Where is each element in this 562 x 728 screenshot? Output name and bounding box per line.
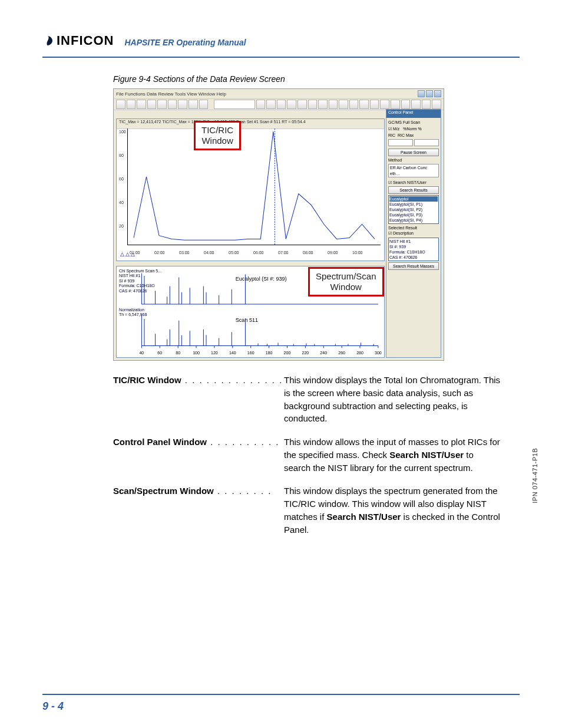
toolbar-button[interactable] (297, 100, 307, 109)
pause-screen-button[interactable]: Pause Screen (388, 149, 439, 156)
close-icon[interactable] (434, 90, 441, 97)
method-value[interactable]: ER Air Carbon Conc eth… (388, 164, 439, 177)
toolbar-button[interactable] (422, 100, 431, 109)
figure-caption: Figure 9-4 Sections of the Data Review S… (113, 74, 502, 84)
app-screenshot: File Functions Data Review Tools View Wi… (113, 88, 444, 361)
norm-label: %Norm % (403, 126, 422, 131)
doc-ipn: IPN 074-471-P1B (531, 448, 538, 503)
toolbar-button[interactable] (256, 100, 266, 109)
toolbar-button[interactable] (391, 100, 400, 109)
svg-text:300: 300 (375, 351, 382, 355)
search-result-masses-button[interactable]: Search Result Masses (388, 262, 439, 270)
control-panel-header: Control Panel (386, 110, 441, 118)
svg-text:120: 120 (211, 351, 218, 355)
toolbar-button[interactable] (349, 100, 359, 109)
brand-text: INFICON (57, 33, 114, 48)
search-nist-label: Search NIST/User (393, 180, 427, 185)
toolbar-button[interactable] (168, 100, 177, 109)
callout-tic: TIC/RIC Window (194, 121, 241, 150)
header-rule (42, 57, 520, 58)
svg-text:60: 60 (157, 351, 162, 355)
toolbar-button[interactable] (266, 100, 276, 109)
svg-text:240: 240 (320, 351, 327, 355)
svg-text:40: 40 (139, 351, 144, 355)
description-label: Description (393, 231, 414, 235)
toolbar-button[interactable] (411, 100, 421, 109)
definition-list: TIC/RIC Window . . . . . . . . . . . . .… (113, 374, 502, 536)
ricmax-label: RIC Max (398, 133, 414, 138)
svg-text:220: 220 (302, 351, 309, 355)
selected-result-box: NIST Hit #1SI #: 939Formula: C10H18OCAS … (388, 238, 439, 261)
toolbar-button[interactable] (339, 100, 348, 109)
toolbar-button[interactable] (277, 100, 286, 109)
toolbar-button[interactable] (287, 100, 296, 109)
toolbar-button[interactable] (147, 100, 157, 109)
tic-plot[interactable] (127, 129, 381, 245)
search-hits-list[interactable]: EucalyptolEucalyptol(SI, P1)Eucalyptol(S… (388, 195, 439, 224)
svg-text:Eucalyptol (SI #: 939): Eucalyptol (SI #: 939) (236, 276, 287, 282)
checkbox-icon[interactable]: ☑ (388, 126, 392, 131)
toolbar-button[interactable] (127, 100, 136, 109)
control-panel-window[interactable]: Control Panel GC/MS Full Scan ☑M/z %Norm… (386, 109, 441, 358)
toolbar-button[interactable] (401, 100, 411, 109)
toolbar-button[interactable] (157, 100, 167, 109)
checkbox-icon[interactable]: ☑ (388, 231, 392, 235)
toolbar-button[interactable] (432, 100, 441, 109)
ric-input[interactable] (388, 139, 413, 146)
toolbar-button[interactable] (329, 100, 338, 109)
selected-result-label: Selected Result (388, 225, 439, 230)
scan-mode-label: GC/MS Full Scan (388, 120, 439, 125)
toolbar-button[interactable] (359, 100, 369, 109)
ricmax-input[interactable] (414, 139, 439, 146)
toolbar-button[interactable] (116, 100, 125, 109)
svg-text:160: 160 (247, 351, 254, 355)
search-results-button[interactable]: Search Results (388, 186, 439, 194)
spectrum-info: Chi Spectrum Scan 5…NIST Hit #1SI # 939F… (119, 269, 162, 294)
checkbox-icon[interactable]: ☑ (388, 180, 392, 185)
svg-text:280: 280 (356, 351, 363, 355)
callout-spectrum: Spectrum/Scan Window (308, 267, 384, 297)
page-number: 9 - 4 (42, 700, 64, 713)
window-buttons[interactable] (418, 90, 441, 97)
toolbar-button[interactable] (178, 100, 187, 109)
brand-logo: INFICON (42, 33, 114, 48)
ric-label: RIC (388, 133, 395, 138)
toolbar-button[interactable] (380, 100, 389, 109)
svg-text:180: 180 (266, 351, 273, 355)
tic-header: TIC_Max = 12,413,472 TIC/TIC_Max = 100% … (117, 119, 384, 129)
svg-text:Scan 511: Scan 511 (236, 317, 258, 323)
svg-text:260: 260 (338, 351, 345, 355)
menu-items[interactable]: File Functions Data Review Tools View Wi… (116, 91, 226, 97)
toolbar-button[interactable] (137, 100, 146, 109)
chromatogram (128, 129, 381, 245)
page-header: INFICON HAPSITE ER Operating Manual (42, 33, 246, 48)
svg-text:140: 140 (229, 351, 236, 355)
app-menubar[interactable]: File Functions Data Review Tools View Wi… (114, 89, 444, 99)
mz-label: M/z (393, 126, 399, 131)
toolbar-button[interactable] (318, 100, 328, 109)
method-label: Method (388, 157, 439, 163)
manual-title: HAPSITE ER Operating Manual (124, 38, 246, 48)
toolbar-button[interactable] (199, 100, 209, 109)
svg-text:100: 100 (193, 351, 200, 355)
footer-rule (42, 694, 520, 695)
svg-text:200: 200 (284, 351, 291, 355)
toolbar-button[interactable] (370, 100, 379, 109)
minimize-icon[interactable] (418, 90, 425, 97)
tic-ric-window[interactable]: TIC_Max = 12,413,472 TIC/TIC_Max = 100% … (116, 118, 385, 261)
svg-text:80: 80 (176, 351, 180, 355)
maximize-icon[interactable] (426, 90, 433, 97)
toolbar-button[interactable] (308, 100, 318, 109)
toolbar-dropdown[interactable] (214, 100, 255, 109)
brand-icon (42, 35, 53, 46)
spectrum-norm: Normalization Th = 6,547,968 (119, 308, 147, 318)
toolbar-button[interactable] (189, 100, 198, 109)
